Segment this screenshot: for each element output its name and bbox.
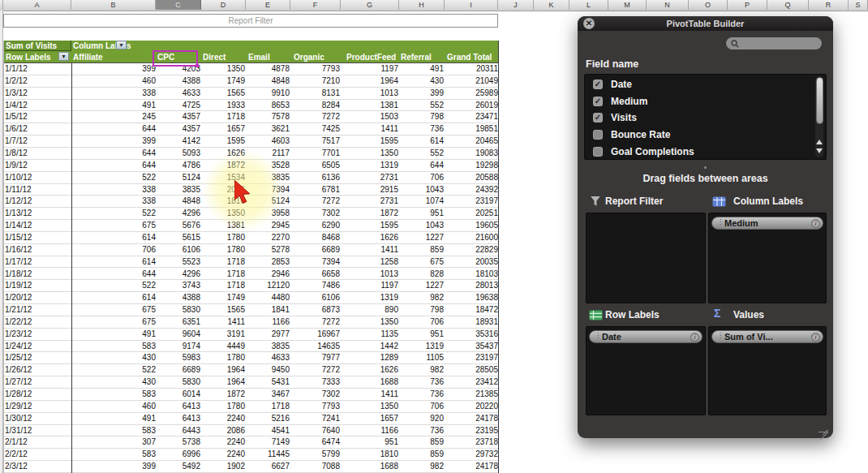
value-cell[interactable]: 19638 — [449, 292, 498, 304]
value-cell[interactable]: 3743 — [152, 280, 200, 292]
row-label-cell[interactable]: 1/1/12 — [5, 63, 28, 75]
value-cell[interactable]: 736 — [395, 425, 444, 437]
value-cell[interactable]: 460 — [107, 75, 156, 88]
row-label-cell[interactable]: 1/15/12 — [5, 232, 32, 244]
row-label-cell[interactable]: 1/18/12 — [5, 269, 32, 281]
value-cell[interactable]: 3835 — [241, 341, 290, 353]
value-cell[interactable]: 4541 — [241, 425, 290, 437]
value-cell[interactable]: 675 — [107, 304, 156, 316]
value-cell[interactable]: 1381 — [350, 100, 398, 112]
value-cell[interactable]: 3621 — [241, 123, 290, 135]
field-pill-sum-of-vi-[interactable]: ⋮Sum of Vi...i — [711, 330, 823, 343]
value-cell[interactable]: 430 — [107, 376, 156, 389]
value-cell[interactable]: 3528 — [241, 160, 290, 172]
value-cell[interactable]: 1718 — [241, 401, 290, 413]
report-filter-dropzone[interactable]: Report Filter — [3, 14, 498, 28]
value-cell[interactable]: 4786 — [152, 160, 200, 172]
value-cell[interactable]: 798 — [395, 304, 444, 316]
value-cell[interactable]: 7210 — [291, 75, 340, 88]
value-cell[interactable]: 1718 — [196, 280, 245, 292]
close-icon[interactable]: ✕ — [583, 18, 595, 29]
value-cell[interactable]: 1043 — [395, 184, 444, 196]
value-cell[interactable]: 5676 — [152, 220, 200, 232]
value-cell[interactable]: 18472 — [449, 304, 498, 316]
value-cell[interactable]: 5983 — [152, 352, 200, 364]
value-cell[interactable]: 1350 — [350, 401, 398, 413]
value-cell[interactable]: 951 — [395, 208, 444, 220]
value-cell[interactable]: 1350 — [196, 208, 245, 220]
value-cell[interactable]: 1933 — [196, 100, 245, 112]
value-cell[interactable]: 21600 — [449, 232, 498, 244]
value-cell[interactable]: 982 — [395, 461, 444, 473]
info-icon[interactable]: i — [811, 219, 820, 228]
value-cell[interactable]: 1074 — [395, 196, 444, 208]
value-cell[interactable]: 4388 — [152, 292, 200, 304]
row-label-cell[interactable]: 2/1/12 — [5, 436, 28, 449]
value-cell[interactable]: 3835 — [152, 184, 200, 196]
value-cell[interactable]: 583 — [107, 341, 156, 353]
value-cell[interactable]: 1749 — [196, 75, 245, 88]
value-cell[interactable]: 2086 — [196, 425, 245, 437]
value-cell[interactable]: 28505 — [449, 364, 498, 376]
value-cell[interactable]: 2731 — [350, 196, 398, 208]
value-cell[interactable]: 460 — [107, 401, 156, 413]
value-cell[interactable]: 1503 — [350, 111, 398, 123]
value-cell[interactable]: 19605 — [449, 220, 498, 232]
value-cell[interactable]: 1872 — [350, 208, 398, 220]
value-cell[interactable]: 583 — [107, 425, 156, 437]
column-header-I[interactable]: I — [445, 0, 498, 10]
value-cell[interactable]: 6136 — [291, 172, 340, 184]
value-cell[interactable]: 1688 — [350, 376, 398, 389]
value-cell[interactable]: 7578 — [241, 111, 290, 123]
field-item-medium[interactable]: ✓Medium — [585, 93, 812, 110]
value-cell[interactable]: 12120 — [241, 280, 290, 292]
value-cell[interactable]: 4388 — [152, 75, 200, 88]
column-header-N[interactable]: N — [647, 0, 689, 10]
value-cell[interactable]: 1595 — [196, 135, 245, 148]
field-item-date[interactable]: ✓Date — [585, 76, 812, 93]
value-cell[interactable]: 1902 — [196, 461, 245, 473]
row-label-cell[interactable]: 1/22/12 — [5, 316, 32, 329]
value-cell[interactable]: 706 — [395, 401, 444, 413]
value-cell[interactable]: 1197 — [350, 63, 398, 75]
value-cell[interactable]: 1780 — [196, 401, 245, 413]
row-label-cell[interactable]: 1/13/12 — [5, 208, 32, 220]
value-cell[interactable]: 1258 — [350, 256, 398, 269]
value-cell[interactable]: 26019 — [449, 100, 498, 112]
column-header-A[interactable]: A — [3, 0, 71, 10]
value-cell[interactable]: 1319 — [350, 160, 398, 172]
value-cell[interactable]: 951 — [350, 436, 398, 449]
row-label-cell[interactable]: 1/2/12 — [5, 75, 28, 88]
column-header-F[interactable]: F — [290, 0, 341, 10]
value-cell[interactable]: 1105 — [395, 352, 444, 364]
value-cell[interactable]: 1964 — [196, 364, 245, 376]
drag-handle-icon[interactable]: ⋮ — [717, 332, 723, 339]
field-checkbox[interactable]: ✓ — [593, 80, 603, 89]
value-cell[interactable]: 614 — [107, 292, 156, 304]
value-cell[interactable]: 6014 — [152, 389, 200, 401]
value-cell[interactable]: 1289 — [350, 352, 398, 364]
value-cell[interactable]: 2946 — [241, 269, 290, 281]
value-cell[interactable]: 1872 — [196, 160, 245, 172]
value-cell[interactable]: 1227 — [395, 232, 444, 244]
value-cell[interactable]: 1565 — [196, 88, 245, 100]
value-cell[interactable]: 1411 — [196, 316, 245, 329]
value-cell[interactable]: 6873 — [291, 304, 340, 316]
value-cell[interactable]: 1043 — [395, 220, 444, 232]
column-header-S[interactable]: S — [849, 0, 868, 10]
info-icon[interactable]: i — [811, 333, 820, 342]
value-cell[interactable]: 491 — [395, 63, 444, 75]
value-cell[interactable]: 736 — [395, 376, 444, 389]
value-cell[interactable]: 7394 — [291, 256, 340, 269]
value-cell[interactable]: 1626 — [350, 232, 398, 244]
field-list-scrollbar[interactable] — [815, 76, 823, 157]
value-cell[interactable]: 4848 — [152, 196, 200, 208]
value-cell[interactable]: 22829 — [449, 244, 498, 256]
pivot-column-header-referral[interactable]: Referral — [401, 51, 432, 63]
value-cell[interactable]: 28013 — [449, 280, 498, 292]
value-cell[interactable]: 338 — [107, 88, 156, 100]
value-cell[interactable]: 706 — [107, 244, 156, 256]
value-cell[interactable]: 5830 — [152, 376, 200, 389]
row-label-cell[interactable]: 1/17/12 — [5, 256, 32, 269]
value-cell[interactable]: 644 — [107, 160, 156, 172]
